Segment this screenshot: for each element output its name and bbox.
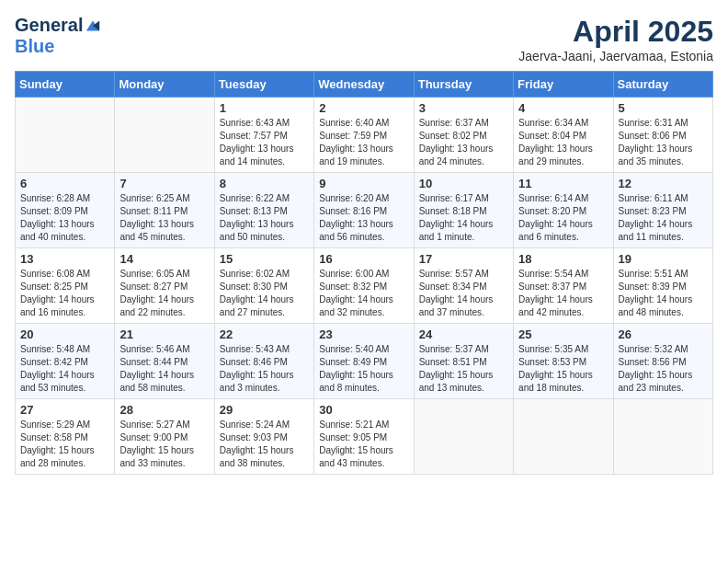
calendar-cell: 26Sunrise: 5:32 AM Sunset: 8:56 PM Dayli… xyxy=(613,324,712,399)
calendar-table: SundayMondayTuesdayWednesdayThursdayFrid… xyxy=(15,71,713,475)
day-number: 30 xyxy=(319,403,408,417)
weekday-header-row: SundayMondayTuesdayWednesdayThursdayFrid… xyxy=(16,72,713,98)
weekday-header-monday: Monday xyxy=(115,72,214,98)
weekday-header-sunday: Sunday xyxy=(16,72,115,98)
day-number: 6 xyxy=(20,177,109,190)
day-info: Sunrise: 5:57 AM Sunset: 8:34 PM Dayligh… xyxy=(419,268,508,319)
weekday-header-friday: Friday xyxy=(514,72,613,98)
calendar-week-1: 1Sunrise: 6:43 AM Sunset: 7:57 PM Daylig… xyxy=(16,98,713,173)
calendar-cell: 11Sunrise: 6:14 AM Sunset: 8:20 PM Dayli… xyxy=(514,173,613,248)
calendar-cell: 17Sunrise: 5:57 AM Sunset: 8:34 PM Dayli… xyxy=(414,248,513,324)
calendar-cell: 15Sunrise: 6:02 AM Sunset: 8:30 PM Dayli… xyxy=(214,248,313,324)
day-number: 28 xyxy=(119,403,209,417)
location-title: Jaerva-Jaani, Jaervamaa, Estonia xyxy=(518,49,713,63)
day-info: Sunrise: 5:54 AM Sunset: 8:37 PM Dayligh… xyxy=(518,268,608,319)
weekday-header-thursday: Thursday xyxy=(414,72,513,98)
day-number: 4 xyxy=(518,101,608,115)
day-info: Sunrise: 6:20 AM Sunset: 8:16 PM Dayligh… xyxy=(319,192,408,244)
day-info: Sunrise: 5:24 AM Sunset: 9:03 PM Dayligh… xyxy=(220,419,309,470)
month-title: April 2025 xyxy=(518,15,713,49)
day-number: 10 xyxy=(419,177,508,190)
day-info: Sunrise: 5:37 AM Sunset: 8:51 PM Dayligh… xyxy=(419,343,508,395)
weekday-header-tuesday: Tuesday xyxy=(214,72,313,98)
calendar-cell: 23Sunrise: 5:40 AM Sunset: 8:49 PM Dayli… xyxy=(314,324,414,399)
day-number: 12 xyxy=(619,177,708,190)
day-info: Sunrise: 5:27 AM Sunset: 9:00 PM Dayligh… xyxy=(119,419,209,470)
calendar-cell xyxy=(16,98,115,173)
day-info: Sunrise: 6:31 AM Sunset: 8:06 PM Dayligh… xyxy=(619,117,708,168)
calendar-cell: 19Sunrise: 5:51 AM Sunset: 8:39 PM Dayli… xyxy=(613,248,712,324)
day-number: 23 xyxy=(319,327,408,341)
day-number: 17 xyxy=(419,252,508,266)
logo: General Blue xyxy=(15,15,101,57)
calendar-cell xyxy=(115,98,214,173)
day-number: 11 xyxy=(518,177,608,190)
calendar-cell: 10Sunrise: 6:17 AM Sunset: 8:18 PM Dayli… xyxy=(414,173,513,248)
calendar-cell: 9Sunrise: 6:20 AM Sunset: 8:16 PM Daylig… xyxy=(314,173,414,248)
day-number: 21 xyxy=(119,327,209,341)
day-info: Sunrise: 6:08 AM Sunset: 8:25 PM Dayligh… xyxy=(20,268,109,319)
day-info: Sunrise: 6:37 AM Sunset: 8:02 PM Dayligh… xyxy=(419,117,508,168)
day-info: Sunrise: 5:40 AM Sunset: 8:49 PM Dayligh… xyxy=(319,343,408,395)
logo-general-text: General xyxy=(15,15,83,36)
calendar-cell: 7Sunrise: 6:25 AM Sunset: 8:11 PM Daylig… xyxy=(115,173,214,248)
day-number: 24 xyxy=(419,327,508,341)
day-number: 15 xyxy=(220,252,309,266)
day-info: Sunrise: 6:11 AM Sunset: 8:23 PM Dayligh… xyxy=(619,192,708,244)
day-info: Sunrise: 6:43 AM Sunset: 7:57 PM Dayligh… xyxy=(220,117,309,168)
weekday-header-wednesday: Wednesday xyxy=(314,72,414,98)
calendar-week-2: 6Sunrise: 6:28 AM Sunset: 8:09 PM Daylig… xyxy=(16,173,713,248)
calendar-cell: 13Sunrise: 6:08 AM Sunset: 8:25 PM Dayli… xyxy=(16,248,115,324)
calendar-cell: 24Sunrise: 5:37 AM Sunset: 8:51 PM Dayli… xyxy=(414,324,513,399)
calendar-cell: 25Sunrise: 5:35 AM Sunset: 8:53 PM Dayli… xyxy=(514,324,613,399)
calendar-cell: 29Sunrise: 5:24 AM Sunset: 9:03 PM Dayli… xyxy=(214,399,313,475)
calendar-cell xyxy=(514,399,613,475)
day-info: Sunrise: 6:17 AM Sunset: 8:18 PM Dayligh… xyxy=(419,192,508,244)
logo-icon xyxy=(85,17,101,34)
calendar-week-5: 27Sunrise: 5:29 AM Sunset: 8:58 PM Dayli… xyxy=(16,399,713,475)
day-info: Sunrise: 6:14 AM Sunset: 8:20 PM Dayligh… xyxy=(518,192,608,244)
day-number: 7 xyxy=(119,177,209,190)
day-number: 19 xyxy=(619,252,708,266)
day-info: Sunrise: 5:32 AM Sunset: 8:56 PM Dayligh… xyxy=(619,343,708,395)
day-number: 5 xyxy=(619,101,708,115)
day-info: Sunrise: 5:43 AM Sunset: 8:46 PM Dayligh… xyxy=(220,343,309,395)
day-info: Sunrise: 6:02 AM Sunset: 8:30 PM Dayligh… xyxy=(220,268,309,319)
day-info: Sunrise: 5:51 AM Sunset: 8:39 PM Dayligh… xyxy=(619,268,708,319)
calendar-week-4: 20Sunrise: 5:48 AM Sunset: 8:42 PM Dayli… xyxy=(16,324,713,399)
calendar-week-3: 13Sunrise: 6:08 AM Sunset: 8:25 PM Dayli… xyxy=(16,248,713,324)
day-number: 18 xyxy=(518,252,608,266)
day-info: Sunrise: 6:00 AM Sunset: 8:32 PM Dayligh… xyxy=(319,268,408,319)
calendar-cell: 12Sunrise: 6:11 AM Sunset: 8:23 PM Dayli… xyxy=(613,173,712,248)
day-info: Sunrise: 6:22 AM Sunset: 8:13 PM Dayligh… xyxy=(220,192,309,244)
day-number: 25 xyxy=(518,327,608,341)
calendar-cell: 4Sunrise: 6:34 AM Sunset: 8:04 PM Daylig… xyxy=(514,98,613,173)
day-number: 20 xyxy=(20,327,109,341)
day-number: 14 xyxy=(119,252,209,266)
title-area: April 2025 Jaerva-Jaani, Jaervamaa, Esto… xyxy=(518,15,713,63)
day-number: 22 xyxy=(220,327,309,341)
day-info: Sunrise: 5:21 AM Sunset: 9:05 PM Dayligh… xyxy=(319,419,408,470)
day-info: Sunrise: 6:28 AM Sunset: 8:09 PM Dayligh… xyxy=(20,192,109,244)
day-info: Sunrise: 5:46 AM Sunset: 8:44 PM Dayligh… xyxy=(119,343,209,395)
day-number: 9 xyxy=(319,177,408,190)
calendar-cell: 18Sunrise: 5:54 AM Sunset: 8:37 PM Dayli… xyxy=(514,248,613,324)
day-info: Sunrise: 5:35 AM Sunset: 8:53 PM Dayligh… xyxy=(518,343,608,395)
calendar-cell xyxy=(414,399,513,475)
day-info: Sunrise: 5:48 AM Sunset: 8:42 PM Dayligh… xyxy=(20,343,109,395)
calendar-cell: 6Sunrise: 6:28 AM Sunset: 8:09 PM Daylig… xyxy=(16,173,115,248)
day-info: Sunrise: 6:25 AM Sunset: 8:11 PM Dayligh… xyxy=(119,192,209,244)
day-number: 27 xyxy=(20,403,109,417)
page-header: General Blue April 2025 Jaerva-Jaani, Ja… xyxy=(15,15,713,63)
calendar-cell: 28Sunrise: 5:27 AM Sunset: 9:00 PM Dayli… xyxy=(115,399,214,475)
day-number: 29 xyxy=(220,403,309,417)
day-number: 1 xyxy=(220,101,309,115)
calendar-cell: 5Sunrise: 6:31 AM Sunset: 8:06 PM Daylig… xyxy=(613,98,712,173)
calendar-cell: 20Sunrise: 5:48 AM Sunset: 8:42 PM Dayli… xyxy=(16,324,115,399)
calendar-cell: 14Sunrise: 6:05 AM Sunset: 8:27 PM Dayli… xyxy=(115,248,214,324)
calendar-cell: 27Sunrise: 5:29 AM Sunset: 8:58 PM Dayli… xyxy=(16,399,115,475)
calendar-cell: 3Sunrise: 6:37 AM Sunset: 8:02 PM Daylig… xyxy=(414,98,513,173)
calendar-cell: 30Sunrise: 5:21 AM Sunset: 9:05 PM Dayli… xyxy=(314,399,414,475)
day-number: 2 xyxy=(319,101,408,115)
day-number: 8 xyxy=(220,177,309,190)
